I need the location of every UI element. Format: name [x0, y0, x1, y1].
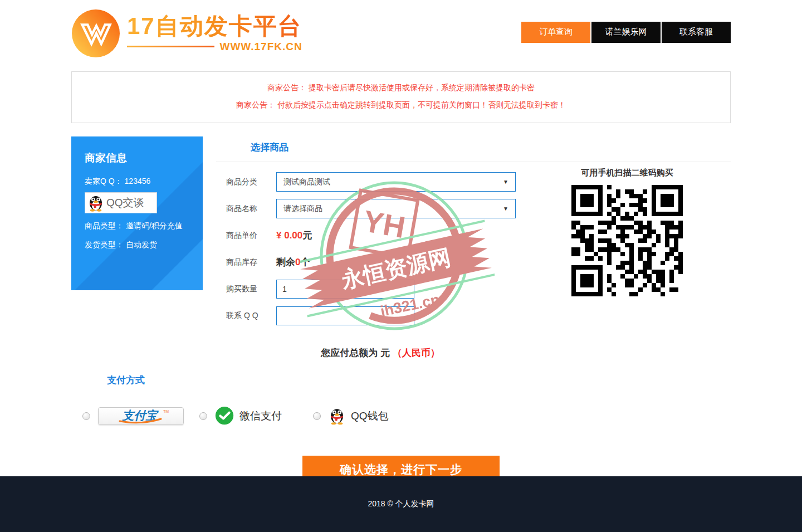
divider	[216, 162, 731, 162]
qr-code	[571, 185, 683, 296]
total-due-line: 您应付总额为 元 （人民币）	[216, 346, 545, 359]
wechat-pay-label: 微信支付	[239, 409, 282, 423]
notice-line-1: 商家公告： 提取卡密后请尽快激活使用或保存好，系统定期清除被提取的卡密	[72, 81, 730, 94]
qr-column: 可用手机扫描二维码购买	[561, 168, 693, 299]
category-select[interactable]: 测试商品测试 ▼	[276, 172, 516, 192]
row-product-name: 商品名称 请选择商品 ▼	[216, 199, 545, 218]
qq-wallet-radio[interactable]	[313, 412, 321, 420]
chevron-down-icon: ▼	[503, 179, 508, 185]
merchant-notice: 商家公告： 提取卡密后请尽快激活使用或保存好，系统定期清除被提取的卡密 商家公告…	[71, 71, 731, 123]
qq-chat-label: QQ交谈	[106, 196, 144, 210]
seller-info-title: 商家信息	[85, 151, 189, 165]
top-nav: 订单查询 诺兰娱乐网 联系客服	[520, 22, 731, 43]
qq-wallet-label: QQ钱包	[351, 409, 389, 423]
page: 17自动发卡平台 WWW.17FK.CN 订单查询 诺兰娱乐网 联系客服 商家公…	[0, 0, 802, 532]
total-due-currency: （人民币）	[393, 348, 440, 358]
svg-text:TM: TM	[163, 409, 169, 413]
nav-contact-service-button[interactable]: 联系客服	[662, 22, 731, 43]
stock-label: 商品库存	[226, 257, 266, 267]
logo-icon	[71, 9, 120, 58]
alipay-logo: 支付宝 TM	[98, 407, 184, 425]
chevron-down-icon: ▼	[503, 206, 508, 212]
product-form: 商品分类 测试商品测试 ▼ 商品名称 请选择商品 ▼ 商品单价	[216, 172, 545, 325]
site-logo[interactable]: 17自动发卡平台 WWW.17FK.CN	[71, 7, 302, 58]
seller-info-card: 商家信息 卖家Q Q： 123456 QQ交谈 商品类型： 邀请码/积分充值 发…	[71, 136, 203, 290]
logo-title: 17自动发卡平台	[127, 13, 302, 39]
row-unit-price: 商品单价 ¥ 0.00元	[216, 226, 545, 245]
product-name-label: 商品名称	[226, 204, 266, 214]
quantity-label: 购买数量	[226, 284, 266, 294]
row-quantity: 购买数量	[216, 279, 545, 299]
notice-line-2: 商家公告： 付款后按提示点击确定跳转到提取页面，不可提前关闭窗口！否则无法提取到…	[72, 99, 730, 111]
nav-nolan-site-button[interactable]: 诺兰娱乐网	[591, 22, 661, 43]
contact-qq-input[interactable]	[276, 306, 414, 325]
row-stock: 商品库存 剩余0个	[216, 252, 545, 272]
wechat-radio[interactable]	[199, 412, 207, 420]
wechat-pay-icon	[214, 406, 235, 427]
qq-chat-button[interactable]: QQ交谈	[85, 192, 157, 213]
alipay-logo-text: 支付宝	[122, 409, 159, 422]
category-selected-value: 测试商品测试	[283, 177, 330, 187]
section-title: 选择商品	[216, 141, 731, 154]
row-contact-qq: 联系 Q Q	[216, 306, 545, 325]
alipay-radio[interactable]	[82, 412, 90, 420]
contact-qq-label: 联系 Q Q	[226, 311, 266, 321]
qr-caption: 可用手机扫描二维码购买	[561, 168, 693, 178]
payment-title: 支付方式	[71, 374, 731, 387]
category-label: 商品分类	[226, 177, 266, 187]
quantity-input[interactable]	[276, 280, 414, 299]
seller-product-type: 商品类型： 邀请码/积分充值	[85, 221, 189, 231]
pay-option-wechat[interactable]: 微信支付	[199, 406, 282, 427]
row-category: 商品分类 测试商品测试 ▼	[216, 172, 545, 192]
total-due-text: 您应付总额为 元	[321, 348, 390, 358]
logo-text: 17自动发卡平台 WWW.17FK.CN	[127, 13, 302, 52]
product-select-section: 选择商品 商品分类 测试商品测试 ▼ 商品名称 请选择商品 ▼	[216, 136, 731, 359]
unit-price-label: 商品单价	[226, 231, 266, 241]
seller-qq: 卖家Q Q： 123456	[85, 177, 189, 187]
unit-price-value: ¥ 0.00元	[276, 229, 312, 242]
footer: 2018 © 个人发卡网	[0, 476, 802, 532]
stock-value: 剩余0个	[276, 256, 310, 269]
product-name-selected-value: 请选择商品	[283, 204, 322, 214]
product-name-select[interactable]: 请选择商品 ▼	[276, 199, 516, 218]
pay-option-qq-wallet[interactable]: QQ钱包	[313, 407, 389, 426]
payment-section: 支付方式 支付宝 TM 微信支付	[71, 374, 731, 427]
footer-copyright: 2018 © 个人发卡网	[368, 499, 434, 509]
qq-penguin-icon	[86, 193, 105, 212]
content: 商家信息 卖家Q Q： 123456 QQ交谈 商品类型： 邀请码/积分充值 发…	[71, 136, 731, 364]
seller-delivery-type: 发货类型： 自动发货	[85, 240, 189, 250]
nav-order-query-button[interactable]: 订单查询	[521, 22, 590, 43]
qq-wallet-icon	[327, 407, 346, 426]
payment-options: 支付宝 TM 微信支付	[71, 406, 731, 427]
logo-subtitle: WWW.17FK.CN	[220, 41, 302, 53]
pay-option-alipay[interactable]: 支付宝 TM	[82, 407, 184, 425]
header: 17自动发卡平台 WWW.17FK.CN 订单查询 诺兰娱乐网 联系客服	[71, 0, 731, 64]
logo-underline	[127, 46, 214, 47]
